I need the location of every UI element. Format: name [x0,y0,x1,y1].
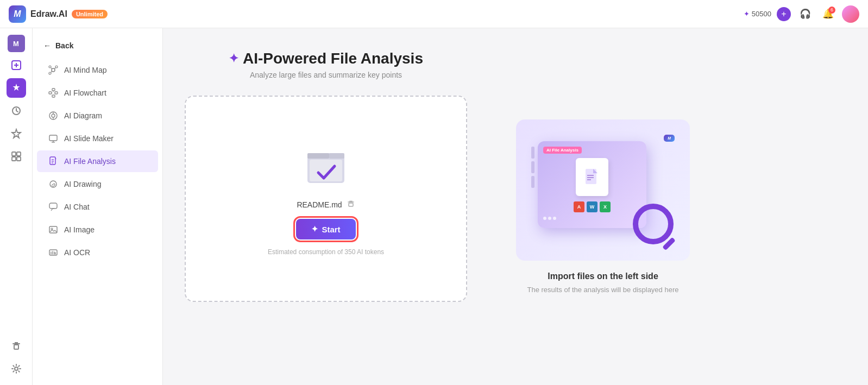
back-arrow-icon: ← [43,41,51,50]
ai-feature-button[interactable] [7,78,26,98]
upload-panel: ✦ AI-Powered File Analysis Analyze large… [163,28,489,385]
svg-rect-7 [17,157,21,161]
sidebar-label: AI File Analysis [64,157,116,166]
sidebar-item-ai-image[interactable]: AI Image [37,219,158,241]
chat-icon [48,201,59,212]
sidebar-label: AI Drawing [64,180,101,188]
preview-title: Import files on the left side [548,272,658,281]
delete-file-button[interactable] [347,199,355,210]
sidebar-item-ai-ocr[interactable]: AI OCR [37,242,158,263]
sidebar-label: AI Image [64,225,95,234]
sidebar-label: AI Mind Map [64,66,107,74]
notification-badge: 6 [828,7,835,14]
svg-rect-5 [17,152,21,156]
file-preview-icon [301,142,350,191]
svg-rect-4 [12,152,16,156]
diagram-icon [48,110,59,121]
trash-button[interactable] [7,336,26,356]
sidebar: ← Back AI Mind Map AI Flowchart AI Diagr… [33,28,163,385]
slide-maker-icon [48,133,59,144]
app-name: Edraw.AI [30,9,67,19]
mind-map-icon [48,65,59,75]
ocr-icon [48,247,59,258]
settings-button[interactable] [7,359,26,378]
svg-point-11 [49,66,51,68]
start-button[interactable]: ✦ Start [296,219,355,239]
token-estimate: Estimated consumption of 350 AI tokens [268,248,384,256]
page-header: ✦ AI-Powered File Analysis Analyze large… [229,50,423,79]
svg-point-15 [49,72,51,74]
svg-point-13 [55,66,58,68]
favorites-button[interactable] [7,124,26,143]
sidebar-label: AI Diagram [64,111,102,120]
templates-button[interactable] [7,147,26,166]
svg-rect-47 [349,203,353,206]
sidebar-item-ai-slide-maker[interactable]: AI Slide Maker [37,128,158,149]
file-analysis-icon [48,156,59,167]
logo-icon: M [9,5,26,23]
sidebar-label: AI Flowchart [64,89,106,97]
svg-point-9 [15,367,18,370]
svg-point-24 [52,114,55,117]
svg-rect-6 [12,157,16,161]
svg-rect-30 [50,157,55,165]
svg-rect-27 [49,135,57,141]
sidebar-item-ai-mind-map[interactable]: AI Mind Map [37,59,158,81]
svg-rect-45 [329,153,344,159]
drawing-icon [48,179,59,190]
token-count: ✦ 50500 [744,10,771,18]
svg-line-14 [54,68,55,69]
history-button[interactable] [7,101,26,121]
sidebar-label: AI OCR [64,248,90,257]
user-avatar[interactable] [842,5,859,23]
notification-button[interactable]: 🔔 6 [819,5,836,23]
page-title: ✦ AI-Powered File Analysis [229,50,423,67]
svg-point-37 [51,228,53,230]
svg-rect-19 [52,95,55,97]
page-subtitle: Analyze large files and summarize key po… [229,71,423,79]
headphone-button[interactable]: 🎧 [796,5,814,23]
preview-subtitle: The results of the analysis will be disp… [527,286,679,294]
svg-line-16 [51,71,52,72]
sidebar-item-ai-diagram[interactable]: AI Diagram [37,105,158,127]
sidebar-item-ai-file-analysis[interactable]: AI File Analysis [37,150,158,172]
back-button[interactable]: ← Back [33,37,162,59]
sidebar-item-ai-chat[interactable]: AI Chat [37,196,158,218]
svg-rect-36 [49,226,57,233]
token-icon: ✦ [744,10,750,18]
svg-rect-17 [49,92,52,94]
drop-zone[interactable]: README.md ✦ Start Estimated consumption … [185,96,467,302]
flowchart-icon [48,87,59,98]
main-content: ✦ AI-Powered File Analysis Analyze large… [163,28,717,385]
image-icon [48,224,59,235]
sidebar-label: AI Chat [64,203,90,211]
avatar-icon[interactable]: M [8,35,25,52]
svg-rect-20 [55,92,58,94]
sidebar-label: AI Slide Maker [64,134,114,143]
svg-rect-38 [49,250,57,255]
add-button[interactable]: + [777,7,791,21]
svg-rect-44 [307,153,329,159]
svg-rect-18 [52,89,55,91]
file-name: README.md [297,200,342,209]
svg-rect-46 [310,160,342,181]
app-badge: Unlimited [72,10,108,18]
file-name-row: README.md [297,199,355,210]
new-file-button[interactable] [7,55,26,75]
icon-bar: M [0,28,33,385]
preview-panel: AI File Analysis A W X [489,28,717,385]
start-icon: ✦ [311,224,318,234]
illustration: AI File Analysis A W X [516,119,690,261]
svg-rect-8 [14,345,18,349]
sparkle-icon: ✦ [229,52,238,66]
sidebar-item-ai-flowchart[interactable]: AI Flowchart [37,82,158,104]
app-logo: M Edraw.AI Unlimited [9,5,108,23]
sidebar-item-ai-drawing[interactable]: AI Drawing [37,173,158,195]
svg-line-12 [51,68,52,69]
svg-rect-35 [49,203,57,209]
illus-label: AI File Analysis [543,147,582,154]
